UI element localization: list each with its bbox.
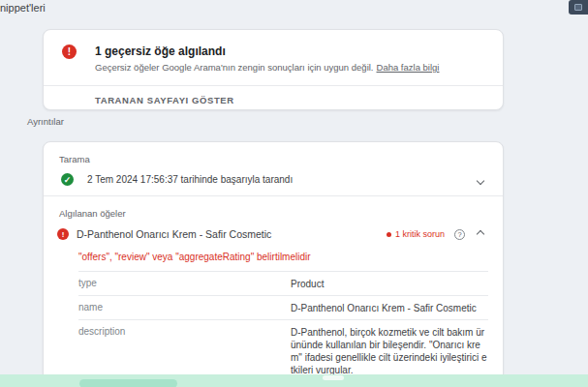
detected-items-label: Algılanan öğeler: [44, 196, 503, 219]
issue-count-label: 1 kritik sorun: [395, 229, 445, 239]
table-row: typeProduct: [78, 272, 488, 296]
field-value: D-Panthenol Onarıcı Krem - Safir Cosmeti…: [291, 302, 488, 314]
invalid-items-title: 1 geçersiz öğe algılandı: [95, 45, 439, 58]
subtitle-text: Geçersiz öğeler Google Arama'nın zengin …: [95, 62, 374, 73]
details-section-label: Ayrıntılar: [27, 116, 64, 127]
summary-card: ! 1 geçersiz öğe algılandı Geçersiz öğel…: [43, 29, 504, 110]
overlay-marker-pill: [323, 375, 344, 380]
error-icon: !: [57, 228, 69, 240]
structured-data-table: typeProductnameD-Panthenol Onarıcı Krem …: [44, 272, 503, 387]
view-crawled-page-button[interactable]: TARANAN SAYFAYI GÖSTER: [44, 86, 234, 105]
field-key: type: [78, 278, 291, 290]
validation-error-message: "offers", "review" veya "aggregateRating…: [78, 252, 488, 262]
detected-item-title: D-Panthenol Onarıcı Krem - Safir Cosmeti…: [77, 228, 271, 240]
crawl-status-text: 2 Tem 2024 17:56:37 tarihinde başarıyla …: [87, 174, 293, 185]
corner-app-button[interactable]: [569, 0, 588, 15]
invalid-items-subtitle: Geçersiz öğeler Google Arama'nın zengin …: [95, 62, 439, 73]
detected-item-row[interactable]: ! D-Panthenol Onarıcı Krem - Safir Cosme…: [44, 219, 503, 248]
table-row: descriptionD-Panthenol, birçok kozmetik …: [78, 320, 488, 382]
bottom-overlay-bar: [0, 374, 588, 387]
chevron-up-icon[interactable]: [477, 230, 484, 238]
success-check-icon: ✓: [61, 173, 74, 186]
crawl-status-row[interactable]: ✓ 2 Tem 2024 17:56:37 tarihinde başarıyl…: [44, 164, 503, 195]
invalid-items-row: ! 1 geçersiz öğe algılandı Geçersiz öğel…: [44, 30, 503, 73]
window-icon: [574, 4, 582, 11]
critical-issue-badge: 1 kritik sorun: [387, 229, 445, 239]
issue-dot-icon: [387, 232, 391, 237]
overlay-progress-pill: [79, 379, 177, 387]
help-icon[interactable]: ?: [454, 229, 465, 240]
error-icon: !: [62, 45, 77, 59]
crawl-section-label: Tarama: [44, 142, 503, 164]
learn-more-link[interactable]: Daha fazla bilgi: [377, 62, 440, 73]
field-value: D-Panthenol, birçok kozmetik ve cilt bak…: [291, 326, 488, 376]
field-key: description: [78, 326, 291, 376]
page-title: nippet'leri: [0, 2, 46, 14]
field-key: name: [78, 302, 291, 314]
chevron-down-icon[interactable]: [477, 177, 484, 185]
table-row: nameD-Panthenol Onarıcı Krem - Safir Cos…: [78, 296, 488, 320]
field-value: Product: [291, 278, 488, 290]
details-card: Tarama ✓ 2 Tem 2024 17:56:37 tarihinde b…: [43, 141, 504, 387]
rich-results-page: nippet'leri ! 1 geçersiz öğe algılandı G…: [0, 0, 588, 387]
